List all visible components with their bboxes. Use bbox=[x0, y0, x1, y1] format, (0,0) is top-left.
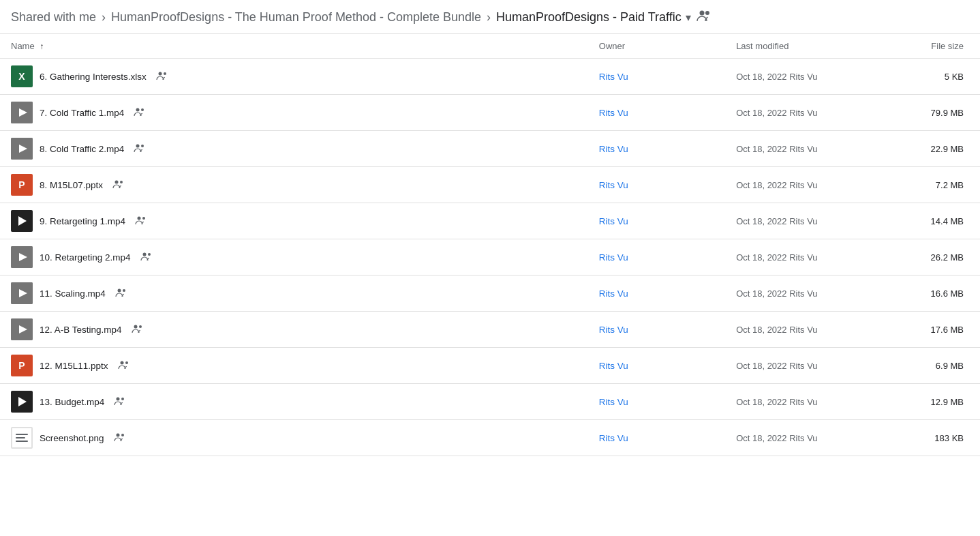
svg-point-29 bbox=[125, 361, 128, 364]
file-size-cell: 7.2 MB bbox=[902, 167, 980, 203]
table-row[interactable]: 11. Scaling.mp4 Rits Vu Oct 18, 2022 Rit… bbox=[0, 276, 980, 312]
shared-icon bbox=[132, 324, 144, 336]
svg-point-12 bbox=[115, 180, 119, 183]
file-size-cell: 12.9 MB bbox=[902, 384, 980, 420]
table-row[interactable]: X 6. Gathering Interests.xlsx Rits Vu Oc… bbox=[0, 59, 980, 95]
file-modified-cell: Oct 18, 2022 Rits Vu bbox=[725, 276, 902, 312]
file-size-cell: 14.4 MB bbox=[902, 203, 980, 239]
svg-point-19 bbox=[148, 253, 151, 256]
shared-icon bbox=[118, 360, 130, 372]
file-owner-cell: Rits Vu bbox=[588, 384, 725, 420]
table-row[interactable]: 9. Retargeting 1.mp4 Rits Vu Oct 18, 202… bbox=[0, 203, 980, 239]
svg-point-6 bbox=[136, 108, 140, 111]
breadcrumb-shared-with-me[interactable]: Shared with me bbox=[11, 10, 96, 25]
breadcrumb-sep-2: › bbox=[487, 10, 491, 25]
col-header-modified[interactable]: Last modified bbox=[725, 34, 902, 59]
col-header-size[interactable]: File size bbox=[902, 34, 980, 59]
svg-point-15 bbox=[142, 217, 145, 220]
file-size-cell: 17.6 MB bbox=[902, 312, 980, 348]
file-name-cell: P 8. M15L07.pptx bbox=[0, 167, 588, 203]
file-name-cell: Screenshot.png bbox=[0, 420, 588, 456]
svg-point-31 bbox=[121, 398, 124, 400]
file-modified-cell: Oct 18, 2022 Rits Vu bbox=[725, 59, 902, 95]
table-row[interactable]: 13. Budget.mp4 Rits Vu Oct 18, 2022 Rits… bbox=[0, 384, 980, 420]
file-modified-cell: Oct 18, 2022 Rits Vu bbox=[725, 348, 902, 384]
svg-point-2 bbox=[158, 72, 162, 75]
file-owner-cell: Rits Vu bbox=[588, 131, 725, 167]
video-dark-icon bbox=[11, 391, 33, 413]
file-name-text: 12. M15L11.pptx bbox=[40, 361, 108, 371]
video-gray-icon bbox=[11, 138, 33, 160]
col-header-owner[interactable]: Owner bbox=[588, 34, 725, 59]
file-modified-cell: Oct 18, 2022 Rits Vu bbox=[725, 239, 902, 276]
video-gray-icon bbox=[11, 102, 33, 123]
svg-point-32 bbox=[116, 433, 119, 436]
breadcrumb-people-icon[interactable] bbox=[696, 10, 711, 25]
file-name-cell: 13. Budget.mp4 bbox=[0, 384, 588, 420]
pptx-icon: P bbox=[11, 174, 33, 196]
table-header-row: Name ↑ Owner Last modified File size bbox=[0, 34, 980, 59]
file-modified-cell: Oct 18, 2022 Rits Vu bbox=[725, 203, 902, 239]
table-row[interactable]: 7. Cold Traffic 1.mp4 Rits Vu Oct 18, 20… bbox=[0, 95, 980, 131]
svg-point-11 bbox=[141, 145, 144, 147]
table-row[interactable]: 10. Retargeting 2.mp4 Rits Vu Oct 18, 20… bbox=[0, 239, 980, 276]
video-gray-icon bbox=[11, 318, 33, 340]
table-row[interactable]: Screenshot.png Rits Vu Oct 18, 2022 Rits… bbox=[0, 420, 980, 456]
file-name-text: 6. Gathering Interests.xlsx bbox=[40, 72, 147, 82]
shared-icon bbox=[135, 215, 147, 227]
file-size-cell: 183 KB bbox=[902, 420, 980, 456]
shared-icon bbox=[140, 252, 153, 263]
svg-point-1 bbox=[705, 11, 709, 15]
file-name-cell: 11. Scaling.mp4 bbox=[0, 276, 588, 312]
breadcrumb-dropdown-icon[interactable]: ▾ bbox=[686, 11, 691, 24]
file-modified-cell: Oct 18, 2022 Rits Vu bbox=[725, 95, 902, 131]
svg-point-10 bbox=[136, 144, 140, 147]
svg-point-28 bbox=[120, 361, 123, 364]
table-row[interactable]: 8. Cold Traffic 2.mp4 Rits Vu Oct 18, 20… bbox=[0, 131, 980, 167]
shared-icon bbox=[134, 107, 146, 119]
file-name-text: 7. Cold Traffic 1.mp4 bbox=[40, 108, 124, 118]
shared-icon bbox=[114, 396, 126, 408]
file-owner-cell: Rits Vu bbox=[588, 239, 725, 276]
file-modified-cell: Oct 18, 2022 Rits Vu bbox=[725, 312, 902, 348]
shared-icon bbox=[112, 179, 125, 191]
file-owner-cell: Rits Vu bbox=[588, 59, 725, 95]
file-owner-cell: Rits Vu bbox=[588, 167, 725, 203]
svg-point-26 bbox=[134, 325, 137, 328]
file-table: Name ↑ Owner Last modified File size X 6… bbox=[0, 34, 980, 456]
file-size-cell: 5 KB bbox=[902, 59, 980, 95]
file-size-cell: 79.9 MB bbox=[902, 95, 980, 131]
shared-icon bbox=[156, 71, 168, 83]
shared-icon bbox=[115, 288, 127, 299]
file-name-text: 9. Retargeting 1.mp4 bbox=[40, 216, 125, 226]
file-name-text: 13. Budget.mp4 bbox=[40, 397, 104, 407]
file-modified-cell: Oct 18, 2022 Rits Vu bbox=[725, 131, 902, 167]
file-owner-cell: Rits Vu bbox=[588, 95, 725, 131]
file-modified-cell: Oct 18, 2022 Rits Vu bbox=[725, 167, 902, 203]
svg-point-0 bbox=[699, 11, 704, 16]
svg-point-30 bbox=[117, 397, 120, 400]
svg-point-23 bbox=[123, 289, 125, 292]
file-size-cell: 6.9 MB bbox=[902, 348, 980, 384]
svg-point-7 bbox=[141, 108, 144, 111]
table-row[interactable]: P 12. M15L11.pptx Rits Vu Oct 18, 2022 R… bbox=[0, 348, 980, 384]
file-name-text: 11. Scaling.mp4 bbox=[40, 288, 106, 299]
file-name-text: 12. A-B Testing.mp4 bbox=[40, 325, 122, 335]
svg-point-18 bbox=[142, 252, 146, 256]
file-owner-cell: Rits Vu bbox=[588, 420, 725, 456]
file-name-cell: X 6. Gathering Interests.xlsx bbox=[0, 59, 588, 95]
sort-arrow-icon: ↑ bbox=[40, 42, 44, 51]
col-header-name[interactable]: Name ↑ bbox=[0, 34, 588, 59]
table-row[interactable]: 12. A-B Testing.mp4 Rits Vu Oct 18, 2022… bbox=[0, 312, 980, 348]
file-size-cell: 26.2 MB bbox=[902, 239, 980, 276]
file-name-text: 8. M15L07.pptx bbox=[40, 180, 103, 190]
excel-icon: X bbox=[11, 65, 33, 87]
svg-point-3 bbox=[164, 72, 166, 75]
table-row[interactable]: P 8. M15L07.pptx Rits Vu Oct 18, 2022 Ri… bbox=[0, 167, 980, 203]
file-modified-cell: Oct 18, 2022 Rits Vu bbox=[725, 384, 902, 420]
file-name-cell: 7. Cold Traffic 1.mp4 bbox=[0, 95, 588, 131]
file-owner-cell: Rits Vu bbox=[588, 203, 725, 239]
svg-point-14 bbox=[138, 216, 141, 220]
svg-point-33 bbox=[121, 434, 124, 436]
breadcrumb-bundle[interactable]: HumanProofDesigns - The Human Proof Meth… bbox=[111, 10, 481, 25]
